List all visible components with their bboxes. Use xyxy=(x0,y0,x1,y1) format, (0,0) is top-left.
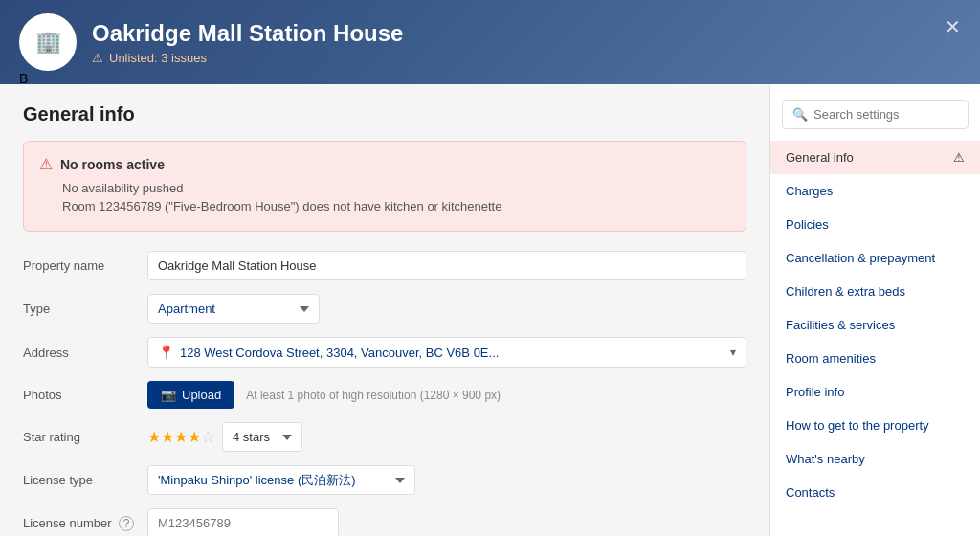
content-area: General info ⚠ No rooms active No availa… xyxy=(0,84,769,536)
nav-label-children: Children & extra beds xyxy=(786,284,905,299)
address-text: 128 West Cordova Street, 3304, Vancouver… xyxy=(180,346,724,360)
address-control: 📍 128 West Cordova Street, 3304, Vancouv… xyxy=(147,337,746,368)
b-badge: B xyxy=(19,71,77,84)
alert-header: ⚠ No rooms active xyxy=(39,155,730,173)
nav-label-profile-info: Profile info xyxy=(786,385,844,399)
upload-hint: At least 1 photo of high resolution (128… xyxy=(246,389,501,402)
type-row: Type Apartment xyxy=(23,294,746,324)
nav-item-general-info[interactable]: General info ⚠ xyxy=(770,141,980,174)
nav-item-policies[interactable]: Policies xyxy=(770,208,980,241)
alert-warning-icon: ⚠ xyxy=(39,155,53,173)
pin-icon: 📍 xyxy=(158,345,174,360)
type-select[interactable]: Apartment xyxy=(147,294,320,324)
nav-label-facilities: Facilities & services xyxy=(786,318,895,332)
license-number-input[interactable] xyxy=(147,508,339,536)
nav-label-room-amenities: Room amenities xyxy=(786,351,876,366)
photos-control: 📷 Upload At least 1 photo of high resolu… xyxy=(147,381,746,409)
rating-select[interactable]: 4 stars xyxy=(222,422,302,452)
address-picker[interactable]: 📍 128 West Cordova Street, 3304, Vancouv… xyxy=(147,337,746,368)
nav-item-how-to-get[interactable]: How to get to the property xyxy=(770,409,980,442)
license-type-select[interactable]: 'Minpaku Shinpo' license (民泊新法) xyxy=(147,465,415,495)
license-number-label: License number ? xyxy=(23,516,147,531)
alert-title: No rooms active xyxy=(60,157,165,172)
help-icon[interactable]: ? xyxy=(119,516,134,531)
star-rating-control: ★★★★☆ 4 stars xyxy=(147,422,746,452)
upload-button[interactable]: 📷 Upload xyxy=(147,381,234,409)
nav-label-nearby: What's nearby xyxy=(786,452,865,466)
header-content: 🏢 B Oakridge Mall Station House ⚠ Unlist… xyxy=(19,13,961,71)
star-rating-label: Star rating xyxy=(23,430,147,444)
warning-icon: ⚠ xyxy=(92,51,103,65)
sidebar: 🔍 General info ⚠ Charges Policies Cancel… xyxy=(769,84,980,536)
photo-upload-control: 📷 Upload At least 1 photo of high resolu… xyxy=(147,381,746,409)
camera-icon: 📷 xyxy=(161,388,176,402)
property-name-label: Property name xyxy=(23,258,147,273)
property-name-row: Property name xyxy=(23,251,746,280)
close-button[interactable]: ✕ xyxy=(945,15,961,38)
alert-box: ⚠ No rooms active No availability pushed… xyxy=(23,141,746,232)
address-label: Address xyxy=(23,346,147,360)
main-layout: General info ⚠ No rooms active No availa… xyxy=(0,84,980,536)
header-status: ⚠ Unlisted: 3 issues xyxy=(92,51,403,65)
search-icon: 🔍 xyxy=(792,107,808,122)
nav-item-room-amenities[interactable]: Room amenities xyxy=(770,342,980,375)
section-title: General info xyxy=(23,103,746,125)
nav-label-how-to-get: How to get to the property xyxy=(786,418,929,433)
nav-label-contacts: Contacts xyxy=(786,485,835,500)
nav-item-cancellation[interactable]: Cancellation & prepayment xyxy=(770,241,980,275)
type-label: Type xyxy=(23,302,147,316)
nav-item-facilities[interactable]: Facilities & services xyxy=(770,308,980,342)
address-chevron-icon: ▾ xyxy=(730,346,736,359)
nav-item-children[interactable]: Children & extra beds xyxy=(770,275,980,308)
header: 🏢 B Oakridge Mall Station House ⚠ Unlist… xyxy=(0,0,980,84)
building-icon: 🏢 xyxy=(35,30,61,55)
search-box: 🔍 xyxy=(782,100,969,129)
nav-item-contacts[interactable]: Contacts xyxy=(770,476,980,509)
nav-item-charges[interactable]: Charges xyxy=(770,174,980,208)
property-name-control xyxy=(147,251,746,280)
address-row: Address 📍 128 West Cordova Street, 3304,… xyxy=(23,337,746,368)
stars-display: ★★★★☆ xyxy=(147,428,214,446)
alert-item-1: No availability pushed xyxy=(62,181,730,195)
photos-row: Photos 📷 Upload At least 1 photo of high… xyxy=(23,381,746,409)
license-number-row: License number ? xyxy=(23,508,746,536)
type-control: Apartment xyxy=(147,294,746,324)
license-number-control xyxy=(147,508,746,536)
alert-item-2: Room 123456789 ("Five-Bedroom House") do… xyxy=(62,199,730,213)
search-input[interactable] xyxy=(813,107,974,122)
license-type-row: License type 'Minpaku Shinpo' license (民… xyxy=(23,465,746,495)
nav-label-cancellation: Cancellation & prepayment xyxy=(786,251,935,265)
star-rating-row: Star rating ★★★★☆ 4 stars xyxy=(23,422,746,452)
property-name-input[interactable] xyxy=(147,251,746,280)
nav-item-nearby[interactable]: What's nearby xyxy=(770,442,980,476)
property-name: Oakridge Mall Station House xyxy=(92,20,403,47)
header-title-block: Oakridge Mall Station House ⚠ Unlisted: … xyxy=(92,20,403,65)
status-text: Unlisted: 3 issues xyxy=(109,51,207,65)
stars-control: ★★★★☆ 4 stars xyxy=(147,422,746,452)
nav-warning-general-info: ⚠ xyxy=(953,150,965,165)
upload-label: Upload xyxy=(182,388,221,402)
photos-label: Photos xyxy=(23,388,147,402)
license-type-label: License type xyxy=(23,473,147,487)
nav-label-general-info: General info xyxy=(786,150,854,165)
nav-label-policies: Policies xyxy=(786,217,829,232)
license-type-control: 'Minpaku Shinpo' license (民泊新法) xyxy=(147,465,746,495)
nav-label-charges: Charges xyxy=(786,184,833,198)
nav-item-profile-info[interactable]: Profile info xyxy=(770,375,980,409)
property-logo: 🏢 B xyxy=(19,13,77,71)
